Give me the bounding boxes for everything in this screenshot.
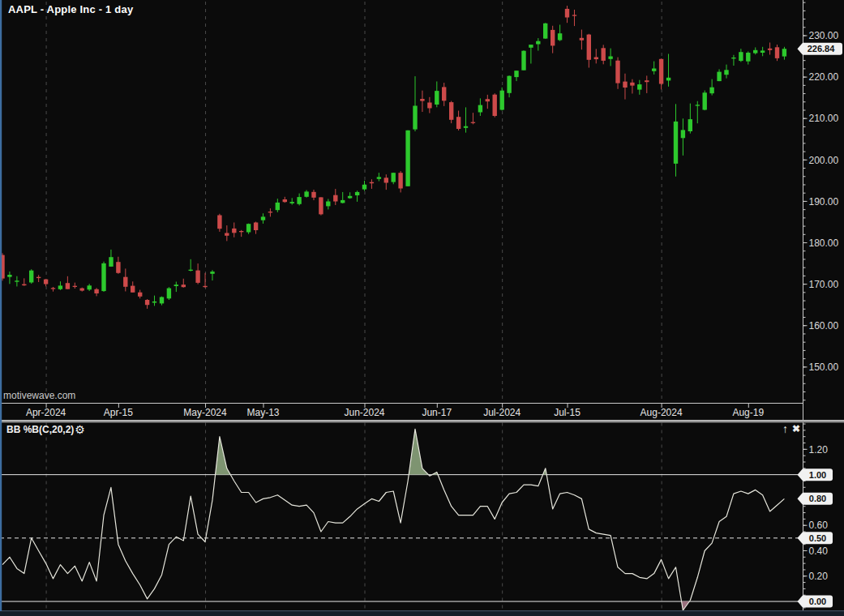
svg-text:230.00: 230.00 [809, 30, 839, 41]
svg-text:Jun-2024: Jun-2024 [344, 407, 384, 418]
svg-text:0.50: 0.50 [809, 533, 826, 543]
svg-text:210.00: 210.00 [809, 113, 839, 124]
svg-text:0.80: 0.80 [809, 494, 826, 503]
panel-maximize-icon[interactable]: ↑ [782, 422, 788, 435]
svg-text:Jul-15: Jul-15 [554, 407, 581, 418]
svg-text:0.20: 0.20 [809, 571, 829, 582]
indicator-header: BB %B(C,20,2) ⚙ [6, 424, 85, 435]
svg-text:Apr-2024: Apr-2024 [26, 407, 66, 418]
svg-text:226.84: 226.84 [808, 44, 836, 53]
svg-text:May-13: May-13 [246, 407, 279, 418]
indicator-settings-gear-icon[interactable]: ⚙ [75, 424, 85, 435]
svg-text:Jun-17: Jun-17 [422, 407, 452, 418]
svg-text:170.00: 170.00 [809, 279, 839, 290]
svg-text:160.00: 160.00 [809, 320, 839, 332]
svg-text:Jul-2024: Jul-2024 [483, 407, 521, 418]
svg-text:150.00: 150.00 [809, 361, 839, 373]
chart-window: Apr-2024Apr-15May-2024May-13Jun-2024Jun-… [0, 0, 844, 616]
indicator-label: BB %B(C,20,2) [6, 424, 74, 435]
svg-text:1.20: 1.20 [809, 444, 829, 456]
svg-text:May-2024: May-2024 [183, 407, 227, 418]
svg-text:0.40: 0.40 [809, 545, 829, 557]
panel-close-icon[interactable]: ✖ [792, 423, 800, 434]
chart-canvas[interactable]: Apr-2024Apr-15May-2024May-13Jun-2024Jun-… [0, 0, 844, 616]
svg-text:190.00: 190.00 [809, 196, 839, 207]
svg-text:1.00: 1.00 [809, 470, 826, 480]
svg-text:Apr-15: Apr-15 [104, 407, 133, 418]
svg-text:200.00: 200.00 [809, 155, 839, 166]
svg-text:180.00: 180.00 [809, 237, 839, 249]
indicator-panel-controls: ↑ ✖ [782, 422, 800, 435]
chart-title: AAPL - Apple Inc - 1 day [8, 3, 133, 15]
svg-text:0.00: 0.00 [809, 597, 826, 606]
svg-text:0.60: 0.60 [809, 520, 829, 531]
watermark: motivewave.com [3, 390, 75, 401]
svg-text:Aug-2024: Aug-2024 [640, 407, 683, 418]
svg-text:220.00: 220.00 [809, 71, 839, 83]
svg-text:Aug-19: Aug-19 [732, 407, 764, 418]
